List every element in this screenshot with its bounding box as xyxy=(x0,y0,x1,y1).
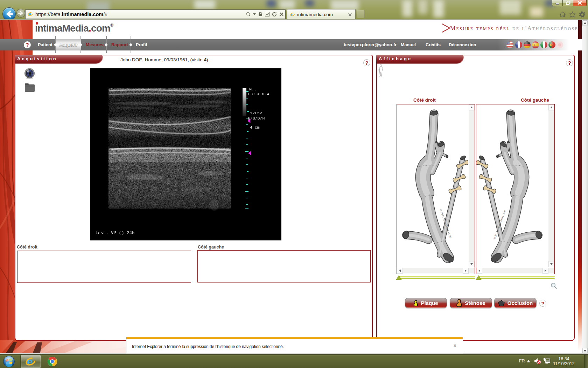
svg-text:TIC < 0.4: TIC < 0.4 xyxy=(247,92,269,96)
svg-text:12L5V: 12L5V xyxy=(250,111,262,115)
svg-text:M..: M.. xyxy=(249,87,257,91)
svg-text:E/S/D/H: E/S/D/H xyxy=(248,116,265,121)
svg-text:e: e xyxy=(27,356,33,367)
svg-text:4 cm: 4 cm xyxy=(250,125,260,130)
svg-text:Mesure temps réel de l'Athéros: Mesure temps réel de l'Athérosclérose xyxy=(450,25,578,32)
svg-text:test. VP () 245: test. VP () 245 xyxy=(95,231,135,236)
